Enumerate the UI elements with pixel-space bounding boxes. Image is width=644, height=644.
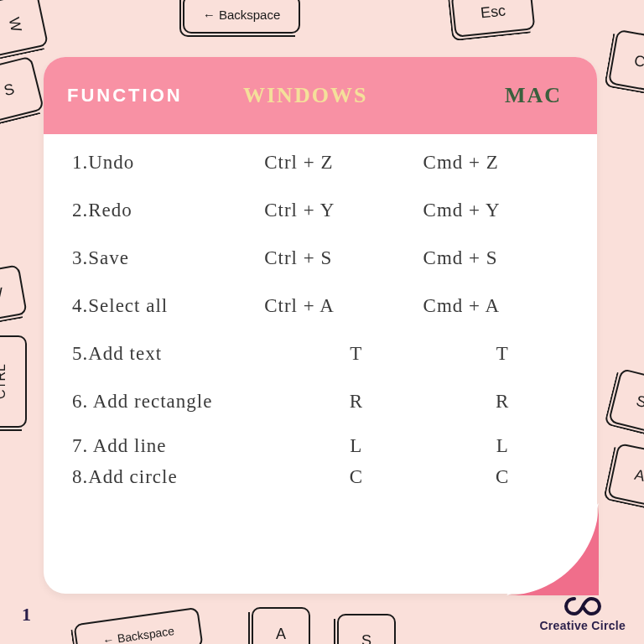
function-cell: 5.Add text	[72, 344, 264, 363]
function-cell: 2.Redo	[72, 200, 264, 220]
function-cell: 6. Add rectangle	[72, 392, 264, 411]
shortcut-rows: 1.UndoCtrl + ZCmd + Z2.RedoCtrl + YCmd +…	[44, 134, 597, 495]
shortcut-row: 2.RedoCtrl + YCmd + Y	[72, 200, 574, 220]
mac-cell: T	[423, 344, 574, 363]
windows-cell: Ctrl + Z	[264, 153, 423, 172]
mac-cell: L	[423, 436, 574, 455]
shortcut-row: 7. Add lineLL	[72, 436, 574, 455]
shortcut-card: FUNCTION WINDOWS MAC 1.UndoCtrl + ZCmd +…	[44, 57, 597, 594]
brand-label: Creative Circle	[539, 619, 626, 632]
brand-badge: Creative Circle	[539, 595, 626, 632]
mac-cell: Cmd + Y	[423, 200, 574, 220]
mac-cell: Cmd + A	[423, 296, 574, 315]
function-cell: 4.Select all	[72, 296, 264, 315]
bg-key-s3: S	[337, 614, 396, 644]
function-cell: 3.Save	[72, 248, 264, 267]
bg-key-w: W	[0, 0, 49, 58]
shortcut-row: 4.Select allCtrl + ACmd + A	[72, 296, 574, 315]
infinity-icon	[564, 595, 601, 617]
bg-key-s1: S	[0, 56, 44, 124]
windows-cell: L	[264, 436, 423, 455]
windows-cell: T	[264, 344, 423, 363]
function-cell: 7. Add line	[72, 436, 264, 455]
bg-key-a2: A	[607, 443, 644, 508]
bg-key-v: V	[0, 264, 28, 323]
bg-key-backspace2: ← Backspace	[73, 607, 203, 644]
bg-key-c: C	[608, 29, 644, 93]
card-header: FUNCTION WINDOWS MAC	[44, 57, 597, 134]
page-number: 1	[22, 604, 31, 626]
bg-key-backspace: ← Backspace	[183, 0, 300, 34]
header-mac: MAC	[436, 83, 562, 108]
mac-cell: Cmd + Z	[423, 153, 574, 172]
mac-cell: R	[423, 392, 574, 411]
shortcut-row: 8.Add circleCC	[72, 467, 574, 486]
header-windows: WINDOWS	[243, 83, 436, 108]
shortcut-row: 5.Add textTT	[72, 344, 574, 363]
header-function: FUNCTION	[67, 85, 243, 106]
shortcut-row: 1.UndoCtrl + ZCmd + Z	[72, 153, 574, 172]
function-cell: 8.Add circle	[72, 467, 264, 486]
windows-cell: Ctrl + A	[264, 296, 423, 315]
shortcut-row: 3.SaveCtrl + SCmd + S	[72, 248, 574, 267]
bg-key-s2: S	[608, 368, 644, 435]
bg-key-a3: A	[252, 607, 310, 644]
windows-cell: Ctrl + Y	[264, 200, 423, 220]
page-curl-icon	[506, 503, 599, 595]
windows-cell: R	[264, 392, 423, 411]
windows-cell: Ctrl + S	[264, 248, 423, 267]
bg-key-ctrl: CTRL	[0, 335, 27, 428]
mac-cell: Cmd + S	[423, 248, 574, 267]
mac-cell: C	[423, 467, 574, 486]
bg-key-esc: Esc	[451, 0, 536, 38]
function-cell: 1.Undo	[72, 153, 264, 172]
shortcut-row: 6. Add rectangleRR	[72, 392, 574, 411]
windows-cell: C	[264, 467, 423, 486]
